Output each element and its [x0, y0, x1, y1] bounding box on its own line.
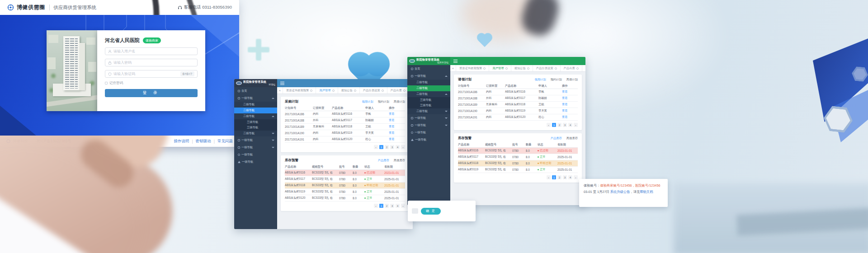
menu-icon[interactable] — [280, 82, 284, 85]
password-input[interactable]: 请输入密码 — [105, 59, 198, 66]
view-link[interactable]: 查看 — [562, 103, 568, 106]
tab-4[interactable]: 产品出库 — [561, 65, 582, 71]
page-prev[interactable]: ‹ — [547, 175, 551, 179]
page-2[interactable]: 2 — [557, 175, 561, 179]
view-link[interactable]: 查看 — [562, 115, 568, 118]
page-2[interactable]: 2 — [557, 123, 561, 127]
close-circle-icon[interactable] — [505, 67, 508, 70]
close-circle-icon[interactable] — [310, 89, 312, 92]
close-circle-icon[interactable] — [527, 67, 529, 70]
page-next[interactable]: › — [401, 145, 405, 149]
tab-1[interactable]: 用户管理 — [316, 87, 338, 94]
card-link[interactable]: 预约计划 — [378, 100, 389, 104]
card-link[interactable]: 高值库存 — [566, 136, 578, 141]
sidebar-item[interactable]: 二级导航 — [407, 108, 450, 114]
sidebar-item-home[interactable]: 首页 — [234, 87, 277, 94]
page-1[interactable]: 1 — [379, 145, 383, 149]
captcha-input[interactable]: 请输入验证码 6+6=? — [105, 70, 198, 78]
collapse-tabs-icon[interactable]: « — [277, 87, 283, 94]
sidebar-item[interactable]: 一级导航 — [407, 114, 450, 122]
page-3[interactable]: 3 — [563, 175, 567, 179]
view-link[interactable]: 查看 — [389, 125, 395, 128]
sidebar-item[interactable]: 三级导航 — [234, 125, 277, 131]
page-2[interactable]: 2 — [385, 204, 389, 208]
card-link[interactable]: 高值库存 — [394, 159, 405, 163]
page-next[interactable]: › — [574, 175, 578, 179]
tab-3[interactable]: 产品分类设置 — [533, 65, 561, 71]
sidebar-item[interactable]: 二级导航 — [234, 113, 277, 119]
page-next[interactable]: › — [574, 123, 578, 127]
view-link[interactable]: 查看 — [562, 109, 568, 112]
sidebar-item[interactable]: 三级导航 — [234, 119, 277, 125]
sidebar-item[interactable]: 一级导航 — [234, 136, 277, 144]
sidebar-item[interactable]: 二级导航 — [234, 131, 277, 136]
card-link[interactable]: 领用计划 — [362, 100, 373, 104]
sidebar-item[interactable]: 二级导航 — [407, 91, 450, 97]
sidebar-item[interactable]: 二级导航 — [234, 108, 277, 113]
close-circle-icon[interactable] — [332, 89, 335, 92]
tab-2[interactable]: 通知公告 — [511, 65, 533, 71]
view-link[interactable]: 查看 — [389, 137, 395, 141]
page-prev[interactable]: ‹ — [547, 123, 551, 127]
faq-link[interactable]: 系统升级公告 — [610, 190, 630, 194]
close-circle-icon[interactable] — [382, 89, 384, 92]
sidebar-item[interactable]: 二级导航 — [407, 80, 450, 85]
sidebar-item[interactable]: 一级导航 — [234, 158, 277, 165]
page-1[interactable]: 1 — [552, 175, 556, 179]
close-circle-icon[interactable] — [483, 67, 486, 70]
page-3[interactable]: 3 — [390, 145, 394, 149]
card-link[interactable]: 领用计划 — [534, 78, 546, 82]
card-link[interactable]: 高值计划 — [394, 100, 405, 104]
page-prev[interactable]: ‹ — [374, 204, 378, 208]
tab-0[interactable]: 资质证件效期预警 — [283, 87, 316, 94]
faq-link[interactable]: 帮助文档 — [640, 190, 653, 194]
close-circle-icon[interactable] — [403, 89, 406, 92]
page-3[interactable]: 3 — [390, 204, 394, 208]
sidebar-item-home[interactable]: 首页 — [407, 65, 450, 72]
tab-2[interactable]: 通知公告 — [338, 87, 360, 94]
close-circle-icon[interactable] — [555, 67, 557, 70]
sidebar-item[interactable]: 一级导航 — [407, 129, 450, 136]
menu-icon[interactable] — [453, 60, 458, 63]
tab-1[interactable]: 用户管理 — [489, 65, 511, 71]
view-link[interactable]: 查看 — [562, 96, 568, 99]
page-next[interactable]: › — [401, 204, 405, 208]
page-4[interactable]: 4 — [396, 145, 400, 149]
page-4[interactable]: 4 — [568, 175, 572, 179]
confirm-button[interactable]: 确 定 — [421, 208, 441, 215]
close-circle-icon[interactable] — [354, 89, 356, 92]
close-circle-icon[interactable] — [576, 67, 579, 70]
sidebar-item[interactable]: 一级导航 — [234, 151, 277, 158]
card-link[interactable]: 高值计划 — [566, 78, 578, 82]
tab-3[interactable]: 产品分类设置 — [360, 87, 387, 94]
sidebar-item[interactable]: 一级导航 — [407, 72, 450, 80]
tab-0[interactable]: 资质证件效期预警 — [456, 65, 489, 71]
page-1[interactable]: 1 — [552, 123, 556, 127]
collapse-tabs-icon[interactable]: « — [450, 65, 456, 71]
sidebar-item[interactable]: 二级导航 — [407, 85, 450, 91]
card-link[interactable]: 产品库存 — [551, 136, 562, 141]
sidebar-item[interactable]: 二级导航 — [234, 102, 277, 108]
page-prev[interactable]: ‹ — [374, 145, 378, 149]
view-link[interactable]: 查看 — [562, 90, 568, 93]
sidebar-item[interactable]: 一级导航 — [407, 136, 450, 143]
page-4[interactable]: 4 — [568, 123, 572, 127]
sidebar-item[interactable]: 三级导航 — [407, 97, 450, 103]
remember-password-checkbox[interactable]: 记住密码 — [105, 81, 198, 85]
page-2[interactable]: 2 — [385, 145, 389, 149]
page-3[interactable]: 3 — [563, 123, 567, 127]
captcha-question[interactable]: 6+6=? — [180, 71, 194, 76]
login-button[interactable]: 登 录 — [105, 89, 198, 97]
page-1[interactable]: 1 — [379, 204, 383, 208]
page-4[interactable]: 4 — [396, 204, 400, 208]
card-link[interactable]: 预约计划 — [551, 78, 562, 82]
view-link[interactable]: 查看 — [389, 112, 395, 115]
username-input[interactable]: 请输入用户名 — [105, 47, 198, 55]
sidebar-item[interactable]: 一级导航 — [234, 94, 277, 102]
sidebar-item[interactable]: 三级导航 — [407, 103, 450, 109]
view-link[interactable]: 查看 — [389, 131, 395, 134]
view-link[interactable]: 查看 — [389, 118, 395, 122]
sidebar-item[interactable]: 一级导航 — [407, 122, 450, 129]
card-link[interactable]: 产品库存 — [378, 159, 389, 163]
tab-4[interactable]: 产品出库 — [387, 87, 409, 94]
